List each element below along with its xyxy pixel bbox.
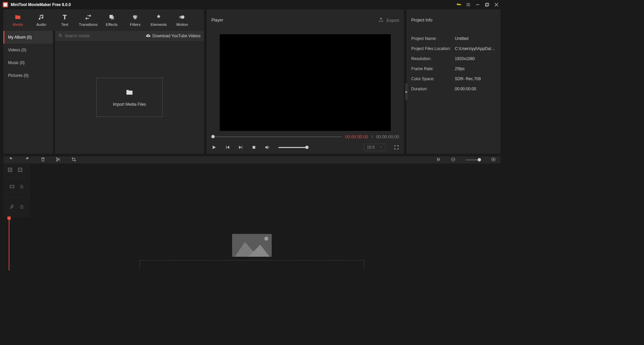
tab-audio[interactable]: Audio (30, 9, 53, 31)
play-button[interactable] (211, 145, 217, 150)
info-val-name: Untitled (455, 36, 496, 41)
project-info-panel: ▶ Project Name:Untitled Project Files Lo… (407, 31, 500, 154)
import-media-button[interactable]: Import Media Files (96, 78, 163, 117)
media-panel: Download YouTube Videos Import Media Fil… (55, 31, 204, 154)
app-title: MiniTool MovieMaker Free 8.0.0 (11, 2, 71, 7)
export-label: Export (386, 18, 399, 23)
info-key-colorspace: Color Space: (411, 77, 455, 81)
sidebar-item-pictures[interactable]: Pictures (0) (3, 69, 53, 82)
export-button[interactable]: Export (378, 17, 399, 23)
tab-motion[interactable]: Motion (170, 9, 194, 31)
delete-button[interactable] (40, 157, 46, 163)
lock-track-button[interactable] (19, 184, 24, 190)
main-tabs: Media Audio Text Transitions Effects Fil… (3, 9, 204, 31)
lock-track-button[interactable] (19, 204, 24, 210)
prev-frame-button[interactable] (225, 145, 230, 150)
timeline-track-headers (3, 163, 30, 217)
filters-icon (132, 14, 139, 20)
svg-point-17 (59, 34, 61, 36)
transitions-icon (85, 14, 92, 20)
tab-label: Transitions (79, 22, 98, 27)
export-icon (378, 17, 384, 23)
info-key-framerate: Frame Rate: (411, 66, 455, 71)
time-duration: 00:00:00:00 (376, 134, 399, 139)
timeline-drop-zone[interactable] (140, 260, 364, 270)
seek-bar[interactable] (211, 136, 342, 137)
svg-rect-35 (21, 186, 23, 188)
svg-rect-36 (21, 206, 23, 208)
svg-rect-10 (111, 16, 114, 19)
info-key-resolution: Resolution: (411, 56, 455, 61)
tab-label: Elements (151, 22, 167, 27)
svg-rect-5 (485, 4, 488, 6)
folder-icon (14, 14, 21, 20)
info-key-location: Project Files Location: (411, 46, 455, 51)
crop-button[interactable] (71, 157, 76, 163)
stop-button[interactable] (252, 145, 256, 150)
motion-icon (179, 14, 185, 20)
minimize-button[interactable] (473, 0, 482, 9)
volume-slider[interactable] (278, 147, 309, 148)
player-header: Player Export (207, 9, 404, 31)
cloud-download-icon (146, 33, 151, 39)
add-track-button[interactable] (7, 167, 13, 174)
zoom-in-button[interactable] (491, 157, 496, 163)
tab-transitions[interactable]: Transitions (76, 9, 100, 31)
video-track-icon (9, 184, 15, 190)
redo-button[interactable] (24, 156, 30, 163)
maximize-button[interactable] (482, 0, 492, 9)
tab-label: Audio (36, 22, 46, 27)
info-val-colorspace: SDR- Rec.709 (455, 77, 496, 81)
text-icon (61, 14, 68, 20)
tab-media[interactable]: Media (6, 9, 30, 31)
fit-timeline-button[interactable] (436, 157, 441, 163)
sidebar-item-videos[interactable]: Videos (0) (3, 44, 53, 56)
playhead[interactable] (9, 217, 9, 270)
svg-line-18 (61, 36, 62, 37)
close-button[interactable] (492, 0, 501, 9)
tab-elements[interactable]: Elements (147, 9, 170, 31)
timeline-toolbar (3, 156, 500, 163)
fullscreen-button[interactable] (394, 145, 399, 150)
split-button[interactable] (56, 157, 61, 163)
info-val-resolution: 1920x1080 (455, 56, 496, 61)
project-info-title: Project Info (411, 18, 432, 22)
timeline-canvas[interactable]: Drag and drop materials here to start cr… (3, 217, 500, 270)
sidebar-item-music[interactable]: Music (0) (3, 56, 53, 69)
search-input[interactable] (65, 34, 146, 38)
placeholder-thumbnail (232, 234, 272, 257)
audio-track-icon (9, 204, 15, 210)
tab-label: Motion (176, 22, 188, 27)
music-icon (38, 14, 45, 20)
remove-track-button[interactable] (17, 167, 23, 174)
download-youtube-link[interactable]: Download YouTube Videos (146, 33, 201, 39)
svg-rect-32 (10, 185, 14, 188)
menu-icon[interactable] (464, 0, 473, 9)
tab-filters[interactable]: Filters (123, 9, 147, 31)
tab-text[interactable]: Text (53, 9, 76, 31)
video-preview[interactable] (220, 34, 391, 131)
sidebar-item-my-album[interactable]: My Album (0) (3, 31, 53, 44)
info-key-duration: Duration: (411, 87, 455, 91)
zoom-out-button[interactable] (451, 157, 455, 163)
zoom-slider[interactable] (466, 159, 481, 160)
aspect-ratio-select[interactable]: 16:9 (364, 144, 386, 151)
aspect-ratio-value: 16:9 (367, 145, 375, 150)
license-key-icon[interactable] (454, 0, 464, 9)
app-logo (3, 2, 8, 7)
svg-rect-19 (253, 146, 255, 149)
download-youtube-label: Download YouTube Videos (153, 34, 201, 38)
tab-label: Effects (106, 22, 118, 27)
svg-point-20 (56, 158, 58, 159)
undo-button[interactable] (8, 156, 14, 163)
project-info-header: Project Info (407, 9, 500, 31)
info-key-name: Project Name: (411, 36, 455, 41)
tab-effects[interactable]: Effects (100, 9, 123, 31)
timeline: Drag and drop materials here to start cr… (3, 163, 500, 270)
next-frame-button[interactable] (238, 145, 244, 150)
search-icon (58, 33, 63, 39)
time-separator: / (372, 134, 373, 139)
svg-rect-6 (486, 3, 489, 6)
collapse-info-button[interactable]: ▶ (405, 83, 408, 100)
volume-button[interactable] (264, 144, 270, 150)
